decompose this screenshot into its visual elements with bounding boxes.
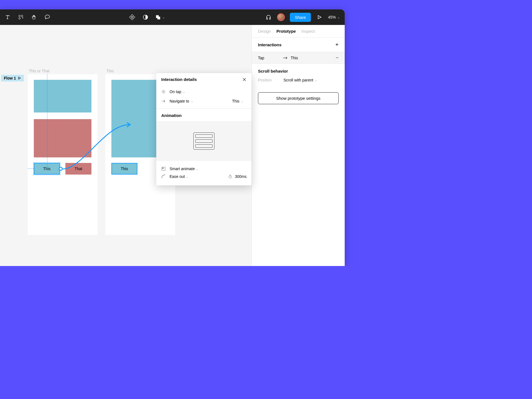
- destination-dropdown[interactable]: This ⌄: [232, 99, 243, 103]
- easing-dropdown[interactable]: Ease out ⌄: [170, 174, 188, 179]
- svg-point-12: [163, 91, 164, 92]
- this-button-2[interactable]: This: [111, 163, 137, 175]
- frame-this-or-that[interactable]: This That: [28, 74, 98, 235]
- boolean-tool-icon[interactable]: ⌄: [155, 14, 165, 21]
- that-button[interactable]: That: [65, 163, 91, 175]
- tab-inspect[interactable]: Inspect: [301, 29, 315, 34]
- selection-outline: [33, 162, 60, 175]
- svg-rect-14: [162, 168, 163, 169]
- diamond-grid-icon[interactable]: [129, 14, 136, 21]
- mask-tool-icon[interactable]: [142, 14, 149, 21]
- top-toolbar: + ⌄ Share: [0, 9, 345, 25]
- svg-rect-5: [129, 16, 132, 18]
- action-dropdown[interactable]: Navigate to ⌄: [170, 99, 193, 103]
- play-icon: [18, 76, 21, 80]
- play-prototype-icon[interactable]: [316, 14, 323, 21]
- interaction-row[interactable]: Tap This −: [252, 52, 345, 64]
- red-block-1: [34, 119, 91, 157]
- text-tool-icon[interactable]: [4, 14, 11, 21]
- easing-curve-icon: [161, 175, 166, 178]
- svg-rect-4: [131, 14, 133, 17]
- stopwatch-icon: [228, 175, 232, 178]
- zoom-value: 45%: [328, 15, 336, 19]
- position-dropdown[interactable]: Scroll with parent ⌄: [283, 78, 317, 82]
- svg-rect-2: [19, 17, 21, 19]
- hand-tool-icon[interactable]: [30, 14, 38, 21]
- guide-vertical: [47, 74, 47, 169]
- headphones-icon[interactable]: [265, 14, 272, 21]
- scroll-behavior-header: Scroll behavior: [258, 69, 339, 73]
- guide-horizontal: [28, 168, 34, 169]
- interaction-target: This: [291, 56, 298, 60]
- position-label: Position: [258, 78, 283, 82]
- right-panel: Design Prototype Inspect Interactions + …: [252, 25, 345, 266]
- tab-prototype[interactable]: Prototype: [277, 29, 296, 34]
- add-interaction-icon[interactable]: +: [335, 42, 339, 48]
- navigate-action-icon: [161, 100, 166, 103]
- zoom-dropdown[interactable]: 45% ⌄: [328, 15, 340, 19]
- remove-interaction-icon[interactable]: −: [336, 55, 339, 61]
- flow-start-label[interactable]: Flow 1: [1, 75, 24, 81]
- close-icon[interactable]: [242, 77, 247, 82]
- interaction-panel-title: Interaction details: [161, 77, 197, 82]
- interaction-trigger: Tap: [258, 56, 283, 60]
- share-button[interactable]: Share: [290, 13, 311, 22]
- interactions-header: Interactions: [258, 42, 282, 47]
- duration-input[interactable]: 300ms: [235, 174, 247, 179]
- svg-rect-10: [157, 17, 160, 19]
- frame-1-label: This or That: [29, 69, 49, 73]
- trigger-dropdown[interactable]: On tap ⌄: [170, 89, 185, 94]
- components-tool-icon[interactable]: +: [17, 14, 24, 21]
- animation-header: Animation: [156, 109, 252, 121]
- frame-2-label: This: [106, 69, 114, 73]
- svg-text:+: +: [22, 16, 24, 19]
- tap-trigger-icon: [161, 90, 166, 94]
- arrow-right-icon: [283, 56, 288, 60]
- animation-type-dropdown[interactable]: Smart animate ⌄: [170, 167, 198, 171]
- smart-animate-icon: [161, 167, 166, 171]
- user-avatar[interactable]: [277, 13, 285, 21]
- svg-rect-6: [133, 16, 135, 18]
- interaction-details-panel: Interaction details On tap ⌄ Navigate to…: [156, 73, 252, 185]
- teal-block-1: [34, 80, 91, 112]
- svg-rect-7: [131, 18, 133, 20]
- animation-preview: [156, 121, 252, 161]
- connector-handle[interactable]: [59, 167, 63, 171]
- svg-rect-0: [19, 15, 21, 17]
- comment-tool-icon[interactable]: [44, 14, 51, 21]
- show-prototype-settings-button[interactable]: Show prototype settings: [258, 92, 339, 104]
- tab-design[interactable]: Design: [258, 29, 271, 34]
